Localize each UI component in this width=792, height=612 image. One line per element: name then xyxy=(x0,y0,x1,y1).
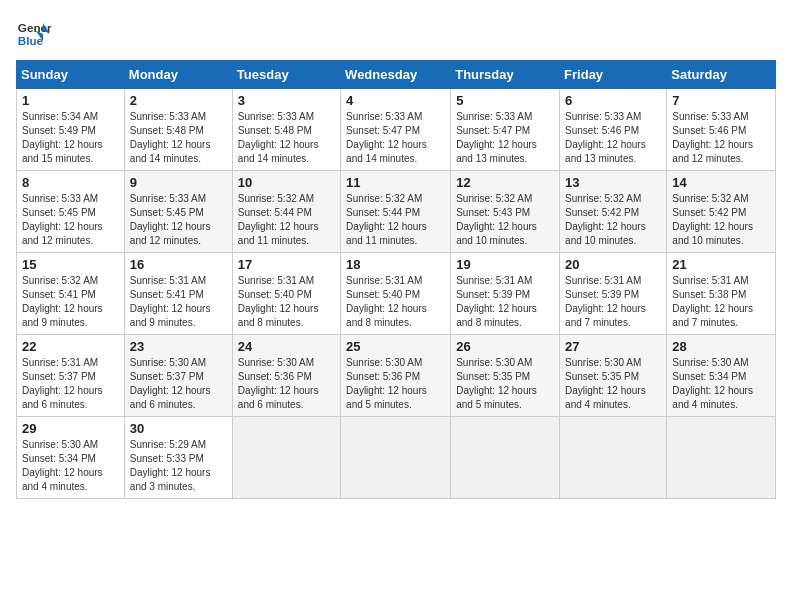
calendar-cell: 18Sunrise: 5:31 AM Sunset: 5:40 PM Dayli… xyxy=(341,253,451,335)
day-number: 6 xyxy=(565,93,661,108)
calendar-cell xyxy=(560,417,667,499)
day-info: Sunrise: 5:33 AM Sunset: 5:46 PM Dayligh… xyxy=(672,110,770,166)
weekday-header-monday: Monday xyxy=(124,61,232,89)
calendar-cell: 10Sunrise: 5:32 AM Sunset: 5:44 PM Dayli… xyxy=(232,171,340,253)
day-number: 3 xyxy=(238,93,335,108)
day-number: 13 xyxy=(565,175,661,190)
day-number: 9 xyxy=(130,175,227,190)
day-number: 15 xyxy=(22,257,119,272)
day-info: Sunrise: 5:30 AM Sunset: 5:35 PM Dayligh… xyxy=(565,356,661,412)
calendar-cell: 17Sunrise: 5:31 AM Sunset: 5:40 PM Dayli… xyxy=(232,253,340,335)
day-info: Sunrise: 5:32 AM Sunset: 5:42 PM Dayligh… xyxy=(565,192,661,248)
day-number: 14 xyxy=(672,175,770,190)
calendar-cell: 24Sunrise: 5:30 AM Sunset: 5:36 PM Dayli… xyxy=(232,335,340,417)
calendar-cell: 11Sunrise: 5:32 AM Sunset: 5:44 PM Dayli… xyxy=(341,171,451,253)
day-number: 25 xyxy=(346,339,445,354)
day-info: Sunrise: 5:30 AM Sunset: 5:36 PM Dayligh… xyxy=(346,356,445,412)
weekday-header-wednesday: Wednesday xyxy=(341,61,451,89)
calendar-cell: 28Sunrise: 5:30 AM Sunset: 5:34 PM Dayli… xyxy=(667,335,776,417)
day-number: 7 xyxy=(672,93,770,108)
calendar-cell: 25Sunrise: 5:30 AM Sunset: 5:36 PM Dayli… xyxy=(341,335,451,417)
calendar-cell: 16Sunrise: 5:31 AM Sunset: 5:41 PM Dayli… xyxy=(124,253,232,335)
weekday-header-thursday: Thursday xyxy=(451,61,560,89)
day-number: 1 xyxy=(22,93,119,108)
day-number: 24 xyxy=(238,339,335,354)
day-number: 12 xyxy=(456,175,554,190)
weekday-header-row: SundayMondayTuesdayWednesdayThursdayFrid… xyxy=(17,61,776,89)
day-info: Sunrise: 5:32 AM Sunset: 5:43 PM Dayligh… xyxy=(456,192,554,248)
calendar-cell: 19Sunrise: 5:31 AM Sunset: 5:39 PM Dayli… xyxy=(451,253,560,335)
calendar-cell: 23Sunrise: 5:30 AM Sunset: 5:37 PM Dayli… xyxy=(124,335,232,417)
logo-icon: General Blue xyxy=(16,16,52,52)
calendar-cell: 26Sunrise: 5:30 AM Sunset: 5:35 PM Dayli… xyxy=(451,335,560,417)
day-number: 23 xyxy=(130,339,227,354)
day-number: 5 xyxy=(456,93,554,108)
calendar-cell: 30Sunrise: 5:29 AM Sunset: 5:33 PM Dayli… xyxy=(124,417,232,499)
calendar-week-row: 8Sunrise: 5:33 AM Sunset: 5:45 PM Daylig… xyxy=(17,171,776,253)
day-number: 28 xyxy=(672,339,770,354)
day-number: 18 xyxy=(346,257,445,272)
day-number: 22 xyxy=(22,339,119,354)
day-info: Sunrise: 5:32 AM Sunset: 5:44 PM Dayligh… xyxy=(346,192,445,248)
day-number: 10 xyxy=(238,175,335,190)
day-info: Sunrise: 5:32 AM Sunset: 5:44 PM Dayligh… xyxy=(238,192,335,248)
day-number: 2 xyxy=(130,93,227,108)
calendar-cell: 27Sunrise: 5:30 AM Sunset: 5:35 PM Dayli… xyxy=(560,335,667,417)
day-number: 21 xyxy=(672,257,770,272)
day-info: Sunrise: 5:30 AM Sunset: 5:34 PM Dayligh… xyxy=(22,438,119,494)
day-info: Sunrise: 5:31 AM Sunset: 5:41 PM Dayligh… xyxy=(130,274,227,330)
day-number: 29 xyxy=(22,421,119,436)
day-info: Sunrise: 5:33 AM Sunset: 5:46 PM Dayligh… xyxy=(565,110,661,166)
day-number: 20 xyxy=(565,257,661,272)
day-number: 11 xyxy=(346,175,445,190)
day-info: Sunrise: 5:33 AM Sunset: 5:48 PM Dayligh… xyxy=(238,110,335,166)
calendar-week-row: 1Sunrise: 5:34 AM Sunset: 5:49 PM Daylig… xyxy=(17,89,776,171)
calendar-cell: 22Sunrise: 5:31 AM Sunset: 5:37 PM Dayli… xyxy=(17,335,125,417)
day-info: Sunrise: 5:34 AM Sunset: 5:49 PM Dayligh… xyxy=(22,110,119,166)
day-info: Sunrise: 5:33 AM Sunset: 5:48 PM Dayligh… xyxy=(130,110,227,166)
day-info: Sunrise: 5:31 AM Sunset: 5:38 PM Dayligh… xyxy=(672,274,770,330)
day-info: Sunrise: 5:31 AM Sunset: 5:40 PM Dayligh… xyxy=(346,274,445,330)
day-info: Sunrise: 5:33 AM Sunset: 5:45 PM Dayligh… xyxy=(130,192,227,248)
day-number: 27 xyxy=(565,339,661,354)
day-number: 8 xyxy=(22,175,119,190)
calendar-cell: 6Sunrise: 5:33 AM Sunset: 5:46 PM Daylig… xyxy=(560,89,667,171)
day-info: Sunrise: 5:29 AM Sunset: 5:33 PM Dayligh… xyxy=(130,438,227,494)
day-info: Sunrise: 5:31 AM Sunset: 5:37 PM Dayligh… xyxy=(22,356,119,412)
calendar-cell: 14Sunrise: 5:32 AM Sunset: 5:42 PM Dayli… xyxy=(667,171,776,253)
day-number: 4 xyxy=(346,93,445,108)
calendar-cell: 3Sunrise: 5:33 AM Sunset: 5:48 PM Daylig… xyxy=(232,89,340,171)
calendar-cell: 4Sunrise: 5:33 AM Sunset: 5:47 PM Daylig… xyxy=(341,89,451,171)
day-info: Sunrise: 5:32 AM Sunset: 5:41 PM Dayligh… xyxy=(22,274,119,330)
day-number: 16 xyxy=(130,257,227,272)
calendar-cell: 29Sunrise: 5:30 AM Sunset: 5:34 PM Dayli… xyxy=(17,417,125,499)
day-info: Sunrise: 5:31 AM Sunset: 5:39 PM Dayligh… xyxy=(456,274,554,330)
calendar-cell: 7Sunrise: 5:33 AM Sunset: 5:46 PM Daylig… xyxy=(667,89,776,171)
day-number: 26 xyxy=(456,339,554,354)
calendar-cell xyxy=(232,417,340,499)
day-number: 17 xyxy=(238,257,335,272)
page-header: General Blue xyxy=(16,16,776,52)
day-info: Sunrise: 5:31 AM Sunset: 5:40 PM Dayligh… xyxy=(238,274,335,330)
calendar-cell: 20Sunrise: 5:31 AM Sunset: 5:39 PM Dayli… xyxy=(560,253,667,335)
day-info: Sunrise: 5:31 AM Sunset: 5:39 PM Dayligh… xyxy=(565,274,661,330)
weekday-header-tuesday: Tuesday xyxy=(232,61,340,89)
day-number: 30 xyxy=(130,421,227,436)
day-info: Sunrise: 5:30 AM Sunset: 5:34 PM Dayligh… xyxy=(672,356,770,412)
calendar-cell: 21Sunrise: 5:31 AM Sunset: 5:38 PM Dayli… xyxy=(667,253,776,335)
calendar-cell xyxy=(341,417,451,499)
calendar-cell: 12Sunrise: 5:32 AM Sunset: 5:43 PM Dayli… xyxy=(451,171,560,253)
day-number: 19 xyxy=(456,257,554,272)
calendar-table: SundayMondayTuesdayWednesdayThursdayFrid… xyxy=(16,60,776,499)
day-info: Sunrise: 5:33 AM Sunset: 5:45 PM Dayligh… xyxy=(22,192,119,248)
day-info: Sunrise: 5:30 AM Sunset: 5:36 PM Dayligh… xyxy=(238,356,335,412)
calendar-cell xyxy=(451,417,560,499)
calendar-cell: 5Sunrise: 5:33 AM Sunset: 5:47 PM Daylig… xyxy=(451,89,560,171)
calendar-cell: 8Sunrise: 5:33 AM Sunset: 5:45 PM Daylig… xyxy=(17,171,125,253)
calendar-week-row: 29Sunrise: 5:30 AM Sunset: 5:34 PM Dayli… xyxy=(17,417,776,499)
day-info: Sunrise: 5:33 AM Sunset: 5:47 PM Dayligh… xyxy=(456,110,554,166)
calendar-cell: 1Sunrise: 5:34 AM Sunset: 5:49 PM Daylig… xyxy=(17,89,125,171)
weekday-header-saturday: Saturday xyxy=(667,61,776,89)
day-info: Sunrise: 5:30 AM Sunset: 5:37 PM Dayligh… xyxy=(130,356,227,412)
weekday-header-sunday: Sunday xyxy=(17,61,125,89)
